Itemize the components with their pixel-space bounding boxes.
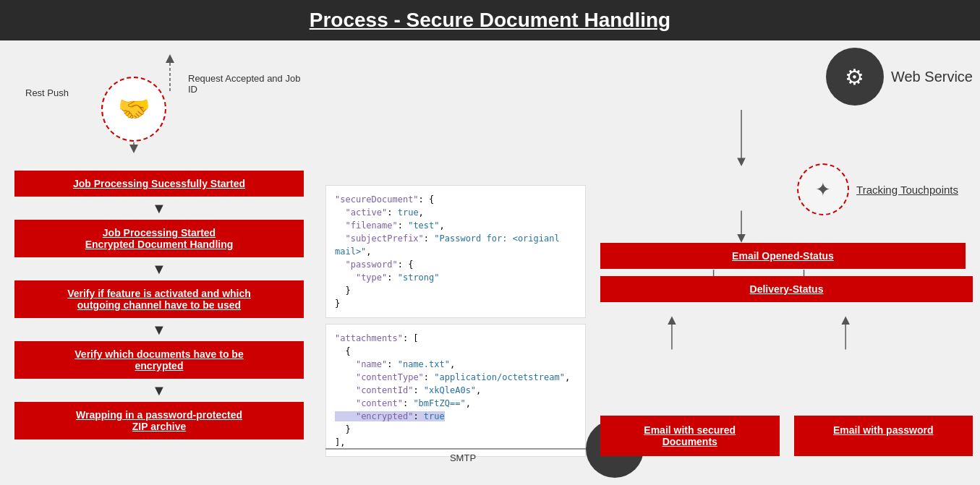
smtp-label: SMTP — [325, 452, 600, 463]
middle-column: "secureDocument": { "active": true, "fil… — [318, 40, 593, 485]
tracking-icon: ✦ — [815, 179, 831, 201]
handshake-circle: 🤝 — [101, 77, 166, 142]
webservice-label: Web Service — [891, 69, 973, 85]
right-column: ⚙ Web Service ✦ Tracking Touchpoints Ema… — [593, 40, 980, 485]
bottom-right-boxes: Email with securedDocuments Email with p… — [593, 416, 980, 456]
gear-circle: ⚙ — [826, 48, 884, 106]
code-box-1: "secureDocument": { "active": true, "fil… — [325, 185, 586, 318]
arrow-1: ▼ — [14, 199, 304, 217]
red-box-2: Job Processing StartedEncrypted Document… — [14, 220, 304, 257]
red-box-4: Verify which documents have to beencrypt… — [14, 341, 304, 379]
arrows-svg — [14, 48, 333, 171]
smtp-area: SMTP — [325, 448, 600, 463]
arrow-3: ▼ — [14, 321, 304, 338]
email-opened-box: Email Opened-Status — [600, 243, 966, 269]
tracking-circle: ✦ — [797, 163, 849, 215]
webservice-area: ⚙ Web Service — [826, 48, 973, 106]
main-content: Rest Push Request Accepted and Job ID 🤝 … — [0, 40, 980, 485]
tracking-label: Tracking Touchpoints — [856, 184, 958, 196]
password-box: Email with password — [794, 416, 973, 456]
title-bar: Process - Secure Document Handling — [0, 0, 980, 40]
delivery-box: Delivery-Status — [600, 276, 973, 302]
red-box-3: Verify if feature is activated and which… — [14, 280, 304, 318]
arrow-2: ▼ — [14, 260, 304, 278]
smtp-line — [325, 448, 600, 450]
secured-docs-box: Email with securedDocuments — [600, 416, 780, 456]
red-box-5: Wrapping in a password-protectedZIP arch… — [14, 402, 304, 439]
red-box-1: Job Processing Sucessfully Started — [14, 171, 304, 197]
request-accepted-label: Request Accepted and Job ID — [188, 73, 304, 95]
rest-push-label: Rest Push — [25, 87, 69, 98]
left-column: Rest Push Request Accepted and Job ID 🤝 … — [0, 40, 318, 485]
handshake-icon: 🤝 — [118, 94, 150, 124]
page-title: Process - Secure Document Handling — [310, 9, 670, 31]
code-box-2: "attachments": [ { "name": "name.txt", "… — [325, 324, 586, 457]
gear-icon: ⚙ — [845, 64, 864, 90]
page-wrapper: Process - Secure Document Handling — [0, 0, 980, 485]
tracking-area: ✦ Tracking Touchpoints — [797, 163, 958, 215]
right-boxes: Email Opened-Status Delivery-Status — [593, 243, 980, 309]
arrows-area: Rest Push Request Accepted and Job ID 🤝 — [14, 48, 304, 171]
arrow-4: ▼ — [14, 382, 304, 399]
